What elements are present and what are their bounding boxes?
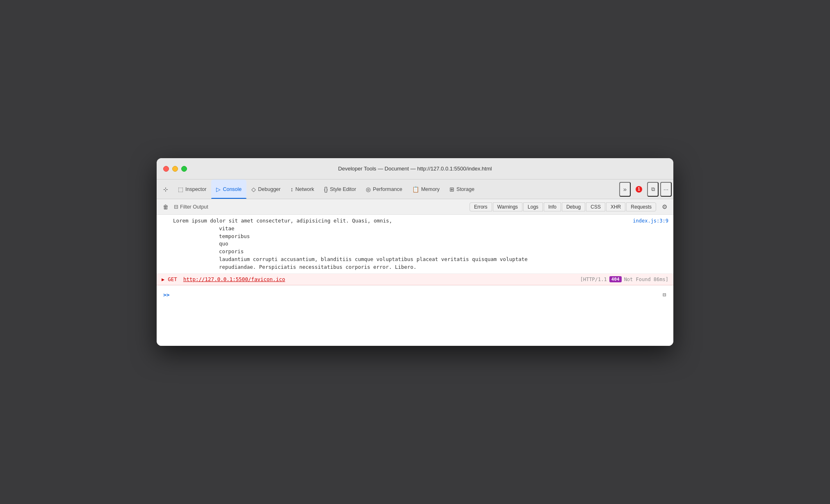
inspector-icon: ⬚ (178, 186, 183, 193)
filter-tab-logs[interactable]: Logs (523, 202, 543, 211)
log-text-line4: quo (173, 240, 668, 248)
window-title: Developer Tools — Document — http://127.… (338, 166, 492, 172)
console-split-button[interactable]: ⊟ (659, 289, 670, 300)
tab-network[interactable]: ↕ Network (285, 179, 319, 199)
log-location-link[interactable]: index.js:3:9 (633, 217, 668, 225)
tab-inspector[interactable]: ⬚ Inspector (173, 179, 211, 199)
error-count-badge: 1 (636, 186, 642, 193)
filter-tab-debug[interactable]: Debug (562, 202, 585, 211)
log-text-line6: laudantium corrupti accusantium, blandit… (173, 256, 668, 263)
memory-icon: 📋 (412, 186, 419, 193)
docksplit-icon: ⧉ (651, 186, 655, 193)
filter-icon: ⊟ (174, 204, 178, 210)
filter-tab-info[interactable]: Info (544, 202, 561, 211)
filter-tab-requests[interactable]: Requests (626, 202, 656, 211)
tab-style-editor[interactable]: {} Style Editor (319, 179, 361, 199)
storage-icon: ⊞ (449, 186, 454, 193)
log-text-line5: corporis (173, 248, 668, 256)
close-button[interactable] (163, 166, 169, 172)
minimize-button[interactable] (172, 166, 178, 172)
console-icon: ▷ (216, 186, 221, 193)
console-error-entry[interactable]: ▶ GET http://127.0.0.1:5500/favicon.ico … (157, 274, 673, 285)
settings-gear-button[interactable]: ⚙ (659, 201, 670, 213)
log-text-line3: temporibus (173, 233, 668, 241)
filter-tab-css[interactable]: CSS (586, 202, 605, 211)
console-input-area: >> ⊟ (157, 285, 673, 304)
console-prompt: >> (163, 292, 170, 298)
cursor-tool-button[interactable]: ⊹ (158, 179, 173, 199)
expand-error-icon[interactable]: ▶ (162, 277, 164, 282)
tab-debugger[interactable]: ◇ Debugger (246, 179, 285, 199)
console-label: Console (223, 186, 242, 192)
inspector-label: Inspector (185, 186, 206, 192)
gear-icon: ⚙ (662, 203, 667, 211)
status-code-badge: 404 (609, 276, 622, 282)
storage-label: Storage (456, 186, 474, 192)
status-detail: Not Found 86ms] (624, 277, 668, 282)
split-icon: ⊟ (663, 291, 666, 298)
log-text-line1: Lorem ipsum dolor sit amet consectetur, … (173, 217, 668, 225)
tab-storage[interactable]: ⊞ Storage (445, 179, 479, 199)
overflow-button[interactable]: » (619, 182, 631, 197)
devtools-window: Developer Tools — Document — http://127.… (157, 158, 673, 346)
cursor-icon: ⊹ (163, 186, 168, 193)
console-log-entry: index.js:3:9 Lorem ipsum dolor sit amet … (157, 215, 673, 274)
log-text-line2: vitae (173, 225, 668, 233)
debugger-icon: ◇ (251, 186, 256, 193)
error-url-link[interactable]: http://127.0.0.1:5500/favicon.ico (183, 276, 285, 282)
performance-icon: ◎ (366, 186, 371, 193)
filter-bar: 🗑 ⊟ Filter Output Errors Warnings Logs I… (157, 199, 673, 215)
network-label: Network (295, 186, 314, 192)
performance-label: Performance (373, 186, 402, 192)
debugger-label: Debugger (258, 186, 280, 192)
trash-icon: 🗑 (163, 204, 169, 210)
filter-tab-errors[interactable]: Errors (470, 202, 492, 211)
console-input[interactable] (172, 292, 656, 298)
traffic-lights (163, 166, 187, 172)
dock-split-button[interactable]: ⧉ (647, 182, 659, 197)
more-icon: ··· (664, 186, 669, 193)
toolbar-right: » 1 ⧉ ··· (619, 179, 672, 199)
filter-tab-warnings[interactable]: Warnings (493, 202, 522, 211)
error-status: [HTTP/1.1 404 Not Found 86ms] (580, 276, 668, 282)
clear-console-button[interactable]: 🗑 (160, 201, 171, 213)
filter-tabs: Errors Warnings Logs Info Debug CSS XHR … (470, 202, 656, 211)
status-prefix: [HTTP/1.1 (580, 277, 607, 282)
style-editor-label: Style Editor (330, 186, 356, 192)
title-bar: Developer Tools — Document — http://127.… (157, 158, 673, 179)
toolbar: ⊹ ⬚ Inspector ▷ Console ◇ Debugger ↕ Net… (157, 179, 673, 199)
filter-tab-xhr[interactable]: XHR (606, 202, 625, 211)
overflow-icon: » (623, 186, 627, 193)
style-editor-icon: {} (324, 186, 328, 193)
tab-console[interactable]: ▷ Console (211, 179, 246, 199)
log-text-line7: repudiandae. Perspiciatis necessitatibus… (173, 263, 668, 271)
maximize-button[interactable] (181, 166, 187, 172)
network-icon: ↕ (290, 186, 293, 193)
error-method: GET http://127.0.0.1:5500/favicon.ico (168, 276, 577, 282)
tab-memory[interactable]: 📋 Memory (407, 179, 445, 199)
error-badge[interactable]: 1 (632, 186, 645, 193)
filter-output-label[interactable]: ⊟ Filter Output (174, 204, 208, 210)
more-options-button[interactable]: ··· (660, 182, 672, 197)
tab-performance[interactable]: ◎ Performance (361, 179, 407, 199)
memory-label: Memory (421, 186, 440, 192)
console-output: index.js:3:9 Lorem ipsum dolor sit amet … (157, 215, 673, 346)
